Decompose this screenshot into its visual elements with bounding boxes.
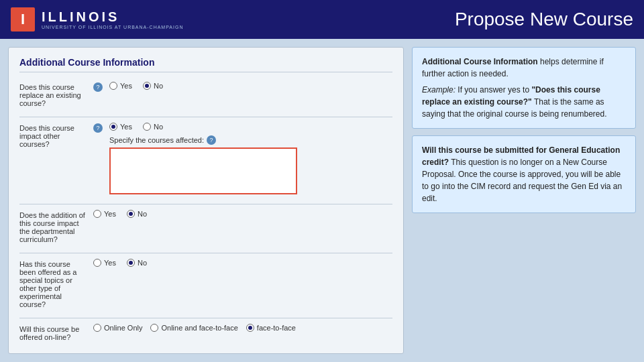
radio-circle-curriculum-yes[interactable] [93,210,101,218]
radio-label-curriculum-yes: Yes [104,210,116,218]
info1-italic1: Example: [422,85,455,95]
radio-face-to-face[interactable]: face-to-face [246,324,296,332]
radio-online-only[interactable]: Online Only [93,324,142,332]
radio-label-impact-no: No [154,123,163,131]
divider-3 [19,253,392,253]
radio-circle-impact-no[interactable] [143,123,151,131]
info-panels: Additional Course Information helps dete… [412,47,636,354]
radio-group-special: Yes No [93,259,147,267]
radio-special-no[interactable]: No [127,259,147,267]
radio-label-impact-yes: Yes [120,123,132,131]
divider-4 [19,318,392,318]
logo-subtitle: UNIVERSITY OF ILLINOIS AT URBANA-CHAMPAI… [42,25,183,29]
radio-impact-yes[interactable]: Yes [109,123,132,131]
radio-label-replace-yes: Yes [120,82,132,90]
radio-label-special-yes: Yes [104,259,116,267]
field-replace-course: Does this course replace an existing cou… [19,82,392,107]
online-options-group: Online Only Online and face-to-face face… [93,324,296,332]
divider-1 [19,117,392,117]
radio-group-impact: Yes No [109,123,297,131]
info-box-2: Will this course be submitted for Genera… [412,135,636,213]
radio-circle-online-only[interactable] [93,324,101,332]
logo-text: ILLINOIS UNIVERSITY OF ILLINOIS AT URBAN… [42,9,183,29]
field-replace-course-label: Does this course replace an existing cou… [19,82,87,107]
radio-group-curriculum: Yes No [93,210,147,218]
radio-curriculum-no[interactable]: No [127,210,147,218]
radio-circle-special-yes[interactable] [93,259,101,267]
radio-replace-yes[interactable]: Yes [109,82,132,90]
radio-label-online-face: Online and face-to-face [161,324,237,332]
main-content: Additional Course Information Does this … [0,39,644,362]
field-impact-courses-label: Does this course impact other courses? [19,123,87,148]
field-curriculum-impact-label: Does the addition of this course impact … [19,210,87,243]
specify-label: Specify the courses affected: ? [109,135,297,145]
radio-circle-special-no[interactable] [127,259,135,267]
header: I ILLINOIS UNIVERSITY OF ILLINOIS AT URB… [0,0,644,39]
radio-online-face[interactable]: Online and face-to-face [150,324,237,332]
help-icon-specify[interactable]: ? [207,135,216,145]
page-title: Propose New Course [455,9,633,30]
field-special-topics: Has this course been offered as a specia… [19,259,392,308]
field-online-label: Will this course be offered on-line? [19,324,87,341]
radio-label-online-only: Online Only [104,324,142,332]
radio-circle-replace-no[interactable] [143,82,151,90]
logo-area: I ILLINOIS UNIVERSITY OF ILLINOIS AT URB… [11,7,183,32]
info1-para2: Example: If you answer yes to "Does this… [422,84,626,120]
radio-circle-replace-yes[interactable] [109,82,117,90]
info2-para1: Will this course be submitted for Genera… [422,144,626,204]
impact-courses-content: Yes No Specify the courses affected: ? [109,123,297,194]
specify-block: Specify the courses affected: ? [109,135,297,194]
help-icon-impact[interactable]: ? [93,123,103,133]
logo-illinois: ILLINOIS [42,9,183,25]
info2-bold1: Will this course be submitted for Genera… [422,145,620,167]
radio-special-yes[interactable]: Yes [93,259,116,267]
info-box-1: Additional Course Information helps dete… [412,47,636,129]
radio-replace-no[interactable]: No [143,82,163,90]
logo-icon: I [11,7,35,32]
radio-group-replace: Yes No [109,82,163,90]
form-panel-title: Additional Course Information [19,57,392,72]
radio-impact-no[interactable]: No [143,123,163,131]
info1-bold1: Additional Course Information [422,57,538,66]
field-special-topics-label: Has this course been offered as a specia… [19,259,87,308]
field-curriculum-impact: Does the addition of this course impact … [19,210,392,243]
divider-2 [19,204,392,204]
field-online: Will this course be offered on-line? Onl… [19,324,392,341]
specify-textarea[interactable] [109,147,297,194]
radio-circle-face-to-face[interactable] [246,324,254,332]
radio-circle-online-face[interactable] [150,324,158,332]
radio-label-replace-no: No [154,82,163,90]
radio-circle-impact-yes[interactable] [109,123,117,131]
radio-label-face-to-face: face-to-face [257,324,296,332]
info1-para1: Additional Course Information helps dete… [422,56,626,80]
help-icon-replace[interactable]: ? [93,82,103,92]
field-impact-courses: Does this course impact other courses? ?… [19,123,392,194]
radio-curriculum-yes[interactable]: Yes [93,210,116,218]
form-panel: Additional Course Information Does this … [8,47,404,354]
radio-label-curriculum-no: No [138,210,147,218]
radio-circle-curriculum-no[interactable] [127,210,135,218]
radio-label-special-no: No [138,259,147,267]
